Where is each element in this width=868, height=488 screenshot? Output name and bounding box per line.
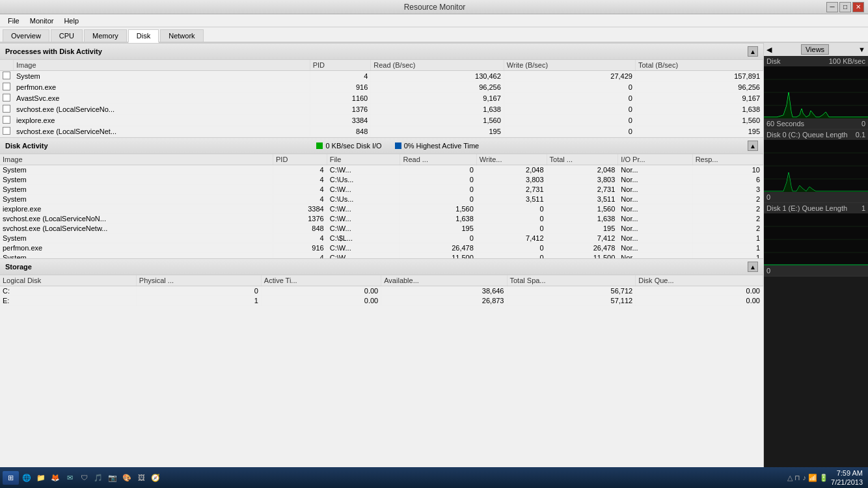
da-col-io[interactable]: I/O Pr...: [618, 154, 692, 165]
views-button[interactable]: Views: [801, 44, 829, 55]
da-row-file: C:\Us...: [327, 175, 400, 185]
tab-memory[interactable]: Memory: [84, 29, 127, 42]
menu-monitor[interactable]: Monitor: [25, 16, 59, 26]
menu-file[interactable]: File: [3, 16, 25, 26]
row-read: 9,167: [371, 93, 504, 104]
stat-box-blue: [395, 142, 401, 149]
table-row[interactable]: svchost.exe (LocalServiceNo... 1376 1,63…: [0, 104, 763, 115]
disk-activity-section-header[interactable]: Disk Activity 0 KB/sec Disk I/O 0% Highe…: [0, 137, 763, 154]
taskbar-icon-ie[interactable]: 🌐: [20, 471, 33, 484]
graph-disk-time: 60 Seconds 0: [764, 118, 868, 129]
processes-section-header[interactable]: Processes with Disk Activity ▲: [0, 43, 763, 60]
tab-disk[interactable]: Disk: [128, 29, 159, 43]
da-col-read[interactable]: Read ...: [400, 154, 476, 165]
table-row[interactable]: svchost.exe (LocalServiceNoN... 1376 C:\…: [0, 214, 763, 224]
stat-disk-io: 0 KB/sec Disk I/O: [316, 142, 381, 150]
graph-disk0-name: Disk 0 (C:) Queue Length: [766, 131, 848, 139]
da-col-image[interactable]: Image: [0, 154, 273, 165]
table-row[interactable]: perfmon.exe 916 C:\W... 26,478 0 26,478 …: [0, 243, 763, 253]
st-col-active[interactable]: Active Ti...: [261, 275, 381, 286]
row-checkbox[interactable]: [0, 82, 14, 93]
col-read[interactable]: Read (B/sec): [371, 60, 504, 71]
col-total[interactable]: Total (B/sec): [635, 60, 763, 71]
st-row-available: 38,646: [381, 286, 507, 296]
row-pid: 3384: [310, 115, 371, 126]
menu-help[interactable]: Help: [59, 16, 84, 26]
taskbar-icon-camera[interactable]: 📷: [106, 471, 119, 484]
table-row[interactable]: iexplore.exe 3384 C:\W... 1,560 0 1,560 …: [0, 204, 763, 214]
start-button[interactable]: ⊞: [3, 471, 19, 485]
da-row-read: 1,638: [400, 214, 476, 224]
storage-collapse-btn[interactable]: ▲: [748, 262, 758, 272]
da-row-file: C:\$L...: [327, 234, 400, 243]
tab-overview[interactable]: Overview: [3, 29, 49, 42]
da-col-resp[interactable]: Resp...: [692, 154, 763, 165]
st-col-available[interactable]: Available...: [381, 275, 507, 286]
row-image: AvastSvc.exe: [14, 93, 310, 104]
disk-activity-collapse-btn[interactable]: ▲: [748, 141, 758, 151]
da-row-io: Nor...: [618, 243, 692, 253]
taskbar-icon-photo[interactable]: 🖼: [135, 471, 148, 484]
row-checkbox[interactable]: [0, 126, 14, 137]
table-row[interactable]: iexplore.exe 3384 1,560 0 1,560: [0, 115, 763, 126]
taskbar-icon-compass[interactable]: 🧭: [149, 471, 162, 484]
minimize-button[interactable]: ─: [826, 2, 838, 12]
table-row[interactable]: System 4 C:\W... 0 2,048 2,048 Nor... 10: [0, 165, 763, 175]
st-col-disk[interactable]: Logical Disk: [0, 275, 136, 286]
da-row-file: C:\W...: [327, 224, 400, 234]
tab-cpu[interactable]: CPU: [51, 29, 83, 42]
row-write: 0: [504, 104, 635, 115]
da-row-pid: 4: [273, 185, 327, 195]
taskbar-icon-firefox[interactable]: 🦊: [49, 471, 62, 484]
da-col-pid[interactable]: PID: [273, 154, 327, 165]
col-image[interactable]: Image: [14, 60, 310, 71]
tab-network[interactable]: Network: [160, 29, 203, 42]
row-checkbox[interactable]: [0, 115, 14, 126]
window-title: Resource Monitor: [43, 3, 826, 12]
taskbar-icon-shield[interactable]: 🛡: [77, 471, 90, 484]
table-row[interactable]: perfmon.exe 916 96,256 0 96,256: [0, 82, 763, 93]
storage-section-header[interactable]: Storage ▲: [0, 258, 763, 275]
taskbar-icon-mail[interactable]: ✉: [63, 471, 76, 484]
st-col-physical[interactable]: Physical ...: [136, 275, 261, 286]
col-write[interactable]: Write (B/sec): [504, 60, 635, 71]
table-row[interactable]: System 4 C:\W... 11,500 0 11,500 Nor... …: [0, 253, 763, 259]
da-row-io: Nor...: [618, 165, 692, 175]
table-row[interactable]: C: 0 0.00 38,646 56,712 0.00: [0, 286, 763, 296]
table-row[interactable]: System 4 C:\$L... 0 7,412 7,412 Nor... 1: [0, 234, 763, 243]
nav-left-btn[interactable]: ◀: [766, 46, 772, 54]
st-col-total[interactable]: Total Spa...: [507, 275, 636, 286]
maximize-button[interactable]: □: [839, 2, 851, 12]
table-row[interactable]: svchost.exe (LocalServiceNetw... 848 C:\…: [0, 224, 763, 234]
table-row[interactable]: svchost.exe (LocalServiceNet... 848 195 …: [0, 126, 763, 137]
table-row[interactable]: System 4 C:\Us... 0 3,511 3,511 Nor... 2: [0, 195, 763, 204]
row-read: 1,638: [371, 104, 504, 115]
table-row[interactable]: System 4 C:\W... 0 2,731 2,731 Nor... 3: [0, 185, 763, 195]
close-button[interactable]: ✕: [852, 2, 864, 12]
taskbar-icon-folder[interactable]: 📁: [34, 471, 47, 484]
graph-disk-area: [764, 66, 868, 118]
da-row-image: System: [0, 165, 273, 175]
da-row-pid: 1376: [273, 214, 327, 224]
row-checkbox[interactable]: [0, 71, 14, 82]
st-col-queue[interactable]: Disk Que...: [636, 275, 763, 286]
table-row[interactable]: System 4 C:\Us... 0 3,803 3,803 Nor... 6: [0, 175, 763, 185]
table-row[interactable]: System 4 130,462 27,429 157,891: [0, 71, 763, 82]
taskbar-icon-music[interactable]: 🎵: [92, 471, 105, 484]
da-col-file[interactable]: File: [327, 154, 400, 165]
st-row-disk: C:: [0, 286, 136, 296]
row-write: 0: [504, 93, 635, 104]
nav-right-btn[interactable]: ▼: [858, 46, 865, 53]
table-row[interactable]: E: 1 0.00 26,873 57,112 0.00: [0, 296, 763, 306]
da-row-resp: 6: [692, 175, 763, 185]
processes-collapse-btn[interactable]: ▲: [748, 46, 758, 57]
taskbar-icon-color[interactable]: 🎨: [120, 471, 133, 484]
graph-disk0-time: 0: [764, 192, 868, 202]
row-checkbox[interactable]: [0, 104, 14, 115]
col-pid[interactable]: PID: [310, 60, 371, 71]
da-col-total[interactable]: Total ...: [547, 154, 618, 165]
table-row[interactable]: AvastSvc.exe 1160 9,167 0 9,167: [0, 93, 763, 104]
da-col-write[interactable]: Write...: [476, 154, 547, 165]
row-checkbox[interactable]: [0, 93, 14, 104]
da-row-io: Nor...: [618, 214, 692, 224]
